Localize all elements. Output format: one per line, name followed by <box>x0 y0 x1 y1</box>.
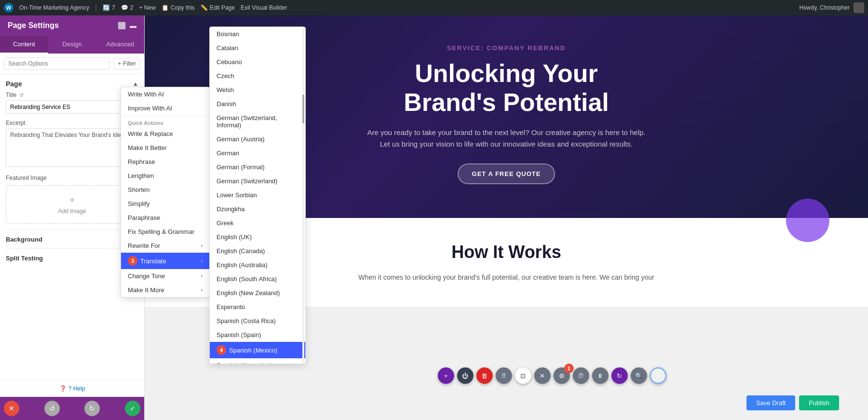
improve-with-ai-item[interactable]: Improve With AI <box>121 101 209 115</box>
lang-spanish-cr[interactable]: Spanish (Costa Rica) <box>210 314 305 328</box>
lang-english-uk[interactable]: English (UK) <box>210 230 305 244</box>
change-tone-chevron: › <box>201 273 203 279</box>
cancel-button[interactable]: ✕ <box>4 401 19 416</box>
rewrite-for-chevron: › <box>201 243 203 248</box>
lang-spanish-spain[interactable]: Spanish (Spain) <box>210 328 305 342</box>
lang-welsh[interactable]: Welsh <box>210 83 305 97</box>
toolbar-close-button[interactable]: ✕ <box>534 367 551 384</box>
page-section-toggle[interactable]: ▲ <box>133 81 138 87</box>
split-testing-section: Split Testing ▼ <box>6 248 138 267</box>
lang-dzongkha[interactable]: Dzongkha <box>210 202 305 216</box>
toolbar-search-button[interactable]: 🔍 <box>631 367 647 384</box>
title-reset-icon[interactable]: ↺ <box>19 92 24 98</box>
comment-count[interactable]: 💬2 <box>121 4 134 11</box>
lang-english-south-africa[interactable]: English (South Africa) <box>210 272 305 286</box>
lang-czech[interactable]: Czech <box>210 69 305 83</box>
copy-this-button[interactable]: 📋Copy this <box>162 4 195 11</box>
sidebar-header: Page Settings ⬜ ▬ <box>0 15 144 36</box>
lang-bosnian[interactable]: Bosnian <box>210 27 305 41</box>
lang-german-austria[interactable]: German (Austria) <box>210 132 305 146</box>
simplify-item[interactable]: Simplify <box>121 197 209 211</box>
rewrite-for-item[interactable]: Rewrite For › <box>121 239 209 253</box>
save-draft-button[interactable]: Save Draft <box>746 395 795 410</box>
toolbar-power-button[interactable]: ⏻ <box>457 367 474 384</box>
lang-german[interactable]: German <box>210 146 305 160</box>
minimize-icon[interactable]: ▬ <box>130 22 136 29</box>
toolbar-pause-button[interactable]: ⏸ <box>592 367 609 384</box>
lang-german-formal[interactable]: German (Formal) <box>210 160 305 174</box>
page-section-header: Page ▲ <box>6 80 138 88</box>
lang-german-sw[interactable]: German (Switzerland) <box>210 174 305 188</box>
make-it-more-chevron: › <box>201 287 203 293</box>
floating-toolbar: + ⏻ 🗑 ⠿ ⊡ ✕ ⚙ 1 ⏱ ⏸ ↻ 🔍 ? <box>438 367 666 384</box>
lengthen-item[interactable]: Lengthen <box>121 169 209 183</box>
make-it-more-item[interactable]: Make It More › <box>121 283 209 297</box>
ai-context-menu: Write With AI Improve With AI Quick Acti… <box>121 87 210 298</box>
help-icon: ❓ <box>59 385 67 392</box>
wp-logo[interactable]: W <box>4 3 14 13</box>
tab-advanced[interactable]: Advanced <box>96 36 144 54</box>
hero-blob-right <box>786 199 829 242</box>
toolbar-delete-button[interactable]: 🗑 <box>476 367 493 384</box>
tab-content[interactable]: Content <box>0 36 48 54</box>
fix-spelling-item[interactable]: Fix Spelling & Grammar <box>121 225 209 239</box>
hero-description: Are you ready to take your brand to the … <box>362 127 651 150</box>
toolbar-copy-button[interactable]: ⊡ <box>515 367 531 384</box>
lang-german-sw-informal[interactable]: German (Switzerland, Informal) <box>210 111 305 132</box>
translate-item[interactable]: 3 Translate › <box>121 253 209 269</box>
help-link[interactable]: ❓ ? Help <box>59 385 85 392</box>
update-count[interactable]: 🔄7 <box>103 4 115 11</box>
maximize-icon[interactable]: ⬜ <box>118 22 126 29</box>
write-with-ai-item[interactable]: Write With AI <box>121 87 209 101</box>
filter-icon: + <box>118 60 121 67</box>
lang-catalan[interactable]: Catalan <box>210 41 305 55</box>
lang-cebuano[interactable]: Cebuano <box>210 55 305 69</box>
tab-design[interactable]: Design <box>48 36 96 54</box>
site-name[interactable]: On-Time Marketing Agency <box>19 4 89 11</box>
background-section-header[interactable]: Background ▼ <box>6 235 138 244</box>
excerpt-textarea[interactable]: Rebranding That Elevates Your Brand's Id… <box>6 128 138 167</box>
how-it-works-description: When it comes to unlocking your brand's … <box>338 272 675 283</box>
exit-visual-builder-button[interactable]: Exit Visual Builder <box>241 4 287 11</box>
lang-english-australia[interactable]: English (Australia) <box>210 258 305 272</box>
translate-chevron: › <box>201 258 203 264</box>
lang-english-canada[interactable]: English (Canada) <box>210 244 305 258</box>
toolbar-drag-button[interactable]: ⠿ <box>496 367 512 384</box>
rephrase-item[interactable]: Rephrase <box>121 155 209 169</box>
user-avatar <box>854 2 864 13</box>
publish-button[interactable]: Publish <box>799 395 839 410</box>
edit-page-button[interactable]: ✏️Edit Page <box>201 4 235 11</box>
title-field-label: Title ↺ <box>6 92 138 98</box>
add-image-button[interactable]: + Add Image <box>6 185 138 224</box>
lang-spanish-mexico[interactable]: 4 Spanish (Mexico) <box>210 342 305 358</box>
filter-button[interactable]: + Filter <box>113 58 140 69</box>
change-tone-item[interactable]: Change Tone › <box>121 269 209 283</box>
new-button[interactable]: + New <box>139 4 155 11</box>
toolbar-add-button[interactable]: + <box>438 367 454 384</box>
lang-esperanto[interactable]: Esperanto <box>210 300 305 314</box>
lang-spanish-argentina[interactable]: Spanish (Argentina) <box>210 358 305 364</box>
split-testing-header[interactable]: Split Testing ▼ <box>6 254 138 262</box>
plus-icon: + <box>69 195 75 206</box>
toolbar-refresh-button[interactable]: ↻ <box>611 367 628 384</box>
write-replace-item[interactable]: Write & Replace <box>121 127 209 141</box>
undo-button[interactable]: ↺ <box>44 401 60 416</box>
shorten-item[interactable]: Shorten <box>121 183 209 197</box>
background-title: Background <box>6 236 42 243</box>
paraphrase-item[interactable]: Paraphrase <box>121 211 209 225</box>
redo-button[interactable]: ↻ <box>84 401 100 416</box>
sidebar-title: Page Settings <box>8 21 59 30</box>
lang-english-nz[interactable]: English (New Zealand) <box>210 286 305 300</box>
toolbar-time-button[interactable]: ⏱ <box>573 367 589 384</box>
lang-greek[interactable]: Greek <box>210 216 305 230</box>
search-input[interactable] <box>4 57 109 70</box>
title-input[interactable] <box>6 100 138 114</box>
toolbar-help-button[interactable]: ? <box>650 367 666 384</box>
background-section: Background ▼ <box>6 230 138 248</box>
confirm-button[interactable]: ✓ <box>125 401 140 416</box>
hero-cta-button[interactable]: GET A FREE QUOTE <box>458 163 556 184</box>
sidebar-tabs: Content Design Advanced <box>0 36 144 54</box>
lang-lower-sorbian[interactable]: Lower Sorbian <box>210 188 305 202</box>
make-it-better-item[interactable]: Make It Better <box>121 141 209 155</box>
lang-danish[interactable]: Danish <box>210 97 305 111</box>
